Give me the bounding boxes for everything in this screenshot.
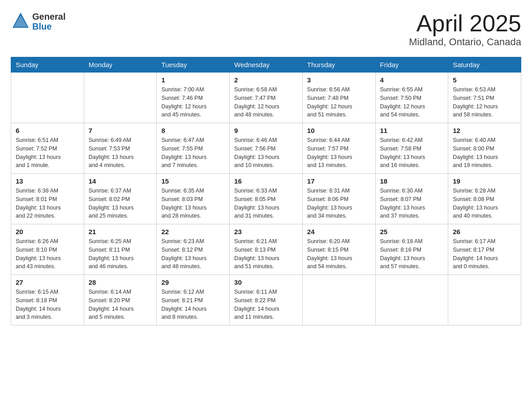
- calendar-cell: [375, 275, 448, 325]
- sun-info: Sunrise: 6:17 AM Sunset: 8:17 PM Dayligh…: [453, 237, 516, 271]
- sun-info: Sunrise: 6:11 AM Sunset: 8:22 PM Dayligh…: [234, 288, 298, 321]
- sun-info: Sunrise: 6:14 AM Sunset: 8:20 PM Dayligh…: [89, 288, 152, 321]
- sun-info: Sunrise: 6:56 AM Sunset: 7:48 PM Dayligh…: [307, 86, 371, 119]
- sun-info: Sunrise: 6:37 AM Sunset: 8:02 PM Dayligh…: [89, 187, 152, 220]
- day-header-tuesday: Tuesday: [157, 57, 230, 73]
- calendar-cell: 18Sunrise: 6:30 AM Sunset: 8:07 PM Dayli…: [375, 174, 448, 224]
- day-number: 8: [161, 127, 225, 134]
- sun-info: Sunrise: 6:12 AM Sunset: 8:21 PM Dayligh…: [161, 288, 225, 321]
- day-number: 28: [89, 278, 152, 286]
- calendar-subtitle: Midland, Ontario, Canada: [409, 36, 521, 48]
- calendar-cell: 25Sunrise: 6:18 AM Sunset: 8:16 PM Dayli…: [375, 224, 448, 275]
- calendar-table: SundayMondayTuesdayWednesdayThursdayFrid…: [11, 57, 521, 325]
- calendar-cell: 7Sunrise: 6:49 AM Sunset: 7:53 PM Daylig…: [84, 123, 157, 174]
- day-number: 1: [161, 76, 225, 84]
- logo-icon: [11, 11, 30, 32]
- sun-info: Sunrise: 6:53 AM Sunset: 7:51 PM Dayligh…: [453, 86, 516, 119]
- day-number: 29: [161, 278, 225, 286]
- week-row-0: 1Sunrise: 7:00 AM Sunset: 7:46 PM Daylig…: [11, 73, 521, 123]
- day-header-thursday: Thursday: [302, 57, 375, 73]
- day-number: 17: [307, 177, 371, 185]
- sun-info: Sunrise: 6:38 AM Sunset: 8:01 PM Dayligh…: [16, 187, 79, 220]
- day-number: 7: [89, 127, 152, 134]
- calendar-cell: 5Sunrise: 6:53 AM Sunset: 7:51 PM Daylig…: [448, 73, 521, 123]
- calendar-cell: [11, 73, 84, 123]
- day-number: 24: [307, 228, 371, 235]
- calendar-body: 1Sunrise: 7:00 AM Sunset: 7:46 PM Daylig…: [11, 73, 521, 325]
- sun-info: Sunrise: 6:35 AM Sunset: 8:03 PM Dayligh…: [161, 187, 225, 220]
- day-number: 22: [161, 228, 225, 235]
- sun-info: Sunrise: 6:31 AM Sunset: 8:06 PM Dayligh…: [307, 187, 371, 220]
- calendar-cell: 29Sunrise: 6:12 AM Sunset: 8:21 PM Dayli…: [157, 275, 230, 325]
- sun-info: Sunrise: 6:58 AM Sunset: 7:47 PM Dayligh…: [234, 86, 298, 119]
- calendar-cell: 13Sunrise: 6:38 AM Sunset: 8:01 PM Dayli…: [11, 174, 84, 224]
- day-headers-row: SundayMondayTuesdayWednesdayThursdayFrid…: [11, 57, 521, 73]
- sun-info: Sunrise: 6:55 AM Sunset: 7:50 PM Dayligh…: [380, 86, 444, 119]
- sun-info: Sunrise: 6:40 AM Sunset: 8:00 PM Dayligh…: [453, 136, 516, 170]
- day-number: 4: [380, 76, 444, 84]
- sun-info: Sunrise: 6:30 AM Sunset: 8:07 PM Dayligh…: [380, 187, 444, 220]
- sun-info: Sunrise: 6:23 AM Sunset: 8:12 PM Dayligh…: [161, 237, 225, 271]
- day-header-monday: Monday: [84, 57, 157, 73]
- day-number: 13: [16, 177, 79, 185]
- calendar-cell: 14Sunrise: 6:37 AM Sunset: 8:02 PM Dayli…: [84, 174, 157, 224]
- sun-info: Sunrise: 6:42 AM Sunset: 7:58 PM Dayligh…: [380, 136, 444, 170]
- calendar-cell: 19Sunrise: 6:28 AM Sunset: 8:08 PM Dayli…: [448, 174, 521, 224]
- day-number: 16: [234, 177, 298, 185]
- title-block: April 2025 Midland, Ontario, Canada: [409, 11, 521, 48]
- sun-info: Sunrise: 6:25 AM Sunset: 8:11 PM Dayligh…: [89, 237, 152, 271]
- sun-info: Sunrise: 6:33 AM Sunset: 8:05 PM Dayligh…: [234, 187, 298, 220]
- day-header-wednesday: Wednesday: [230, 57, 303, 73]
- week-row-3: 20Sunrise: 6:26 AM Sunset: 8:10 PM Dayli…: [11, 224, 521, 275]
- calendar-cell: 28Sunrise: 6:14 AM Sunset: 8:20 PM Dayli…: [84, 275, 157, 325]
- logo-general-text: General: [32, 12, 65, 21]
- day-number: 18: [380, 177, 444, 185]
- day-number: 19: [453, 177, 516, 185]
- calendar-cell: 11Sunrise: 6:42 AM Sunset: 7:58 PM Dayli…: [375, 123, 448, 174]
- sun-info: Sunrise: 6:44 AM Sunset: 7:57 PM Dayligh…: [307, 136, 371, 170]
- calendar-cell: 27Sunrise: 6:15 AM Sunset: 8:18 PM Dayli…: [11, 275, 84, 325]
- day-number: 15: [161, 177, 225, 185]
- day-number: 12: [453, 127, 516, 134]
- page-header: General Blue April 2025 Midland, Ontario…: [11, 11, 521, 48]
- sun-info: Sunrise: 6:18 AM Sunset: 8:16 PM Dayligh…: [380, 237, 444, 271]
- week-row-4: 27Sunrise: 6:15 AM Sunset: 8:18 PM Dayli…: [11, 275, 521, 325]
- day-number: 9: [234, 127, 298, 134]
- day-number: 27: [16, 278, 79, 286]
- calendar-cell: 16Sunrise: 6:33 AM Sunset: 8:05 PM Dayli…: [230, 174, 303, 224]
- day-header-saturday: Saturday: [448, 57, 521, 73]
- sun-info: Sunrise: 6:20 AM Sunset: 8:15 PM Dayligh…: [307, 237, 371, 271]
- sun-info: Sunrise: 6:26 AM Sunset: 8:10 PM Dayligh…: [16, 237, 79, 271]
- day-number: 11: [380, 127, 444, 134]
- calendar-cell: 8Sunrise: 6:47 AM Sunset: 7:55 PM Daylig…: [157, 123, 230, 174]
- calendar-cell: [302, 275, 375, 325]
- calendar-cell: [448, 275, 521, 325]
- logo-blue-text: Blue: [32, 21, 65, 31]
- day-number: 23: [234, 228, 298, 235]
- sun-info: Sunrise: 6:28 AM Sunset: 8:08 PM Dayligh…: [453, 187, 516, 220]
- calendar-cell: 3Sunrise: 6:56 AM Sunset: 7:48 PM Daylig…: [302, 73, 375, 123]
- day-number: 3: [307, 76, 371, 84]
- calendar-cell: 2Sunrise: 6:58 AM Sunset: 7:47 PM Daylig…: [230, 73, 303, 123]
- calendar-cell: 9Sunrise: 6:46 AM Sunset: 7:56 PM Daylig…: [230, 123, 303, 174]
- calendar-cell: 10Sunrise: 6:44 AM Sunset: 7:57 PM Dayli…: [302, 123, 375, 174]
- sun-info: Sunrise: 7:00 AM Sunset: 7:46 PM Dayligh…: [161, 86, 225, 119]
- calendar-cell: [84, 73, 157, 123]
- day-number: 30: [234, 278, 298, 286]
- sun-info: Sunrise: 6:21 AM Sunset: 8:13 PM Dayligh…: [234, 237, 298, 271]
- day-number: 25: [380, 228, 444, 235]
- calendar-cell: 4Sunrise: 6:55 AM Sunset: 7:50 PM Daylig…: [375, 73, 448, 123]
- logo-name: General Blue: [32, 12, 65, 31]
- calendar-cell: 1Sunrise: 7:00 AM Sunset: 7:46 PM Daylig…: [157, 73, 230, 123]
- day-number: 14: [89, 177, 152, 185]
- week-row-2: 13Sunrise: 6:38 AM Sunset: 8:01 PM Dayli…: [11, 174, 521, 224]
- calendar-cell: 20Sunrise: 6:26 AM Sunset: 8:10 PM Dayli…: [11, 224, 84, 275]
- calendar-cell: 6Sunrise: 6:51 AM Sunset: 7:52 PM Daylig…: [11, 123, 84, 174]
- calendar-cell: 30Sunrise: 6:11 AM Sunset: 8:22 PM Dayli…: [230, 275, 303, 325]
- calendar-cell: 15Sunrise: 6:35 AM Sunset: 8:03 PM Dayli…: [157, 174, 230, 224]
- day-header-sunday: Sunday: [11, 57, 84, 73]
- logo: General Blue: [11, 11, 65, 32]
- day-number: 6: [16, 127, 79, 134]
- day-number: 10: [307, 127, 371, 134]
- sun-info: Sunrise: 6:46 AM Sunset: 7:56 PM Dayligh…: [234, 136, 298, 170]
